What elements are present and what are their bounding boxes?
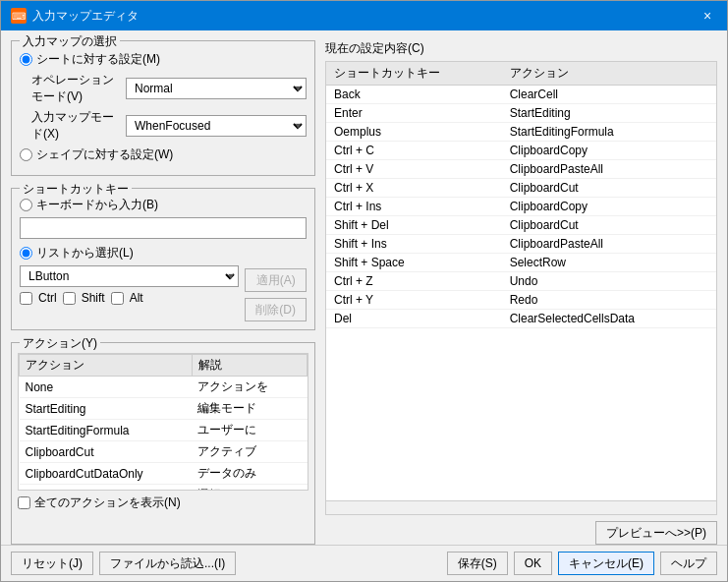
main-window: ⌨ 入力マップエディタ × 入力マップの選択 シートに対する設定(M) オペレー… (0, 0, 728, 582)
right-table-row[interactable]: Ctrl + YRedo (326, 291, 716, 310)
shape-setting-label: シェイプに対する設定(W) (36, 146, 173, 163)
action-table-row[interactable]: StartEditing編集モード (20, 398, 308, 420)
right-settings-table: ショートカットキー アクション BackClearCellEnterStartE… (326, 62, 716, 328)
keyboard-input-row: キーボードから入力(B) (20, 197, 307, 213)
action-cell: ClipboardCopy (502, 198, 716, 216)
cancel-button[interactable]: キャンセル(E) (558, 552, 654, 575)
delete-button[interactable]: 削除(D) (245, 298, 307, 321)
shortcut-col-header: ショートカットキー (326, 62, 502, 86)
right-panel: 現在の設定内容(C) ショートカットキー アクション BackClearCell… (325, 40, 717, 545)
title-bar-left: ⌨ 入力マップエディタ (11, 8, 139, 25)
action-col1-header: アクション (20, 355, 193, 377)
list-select-wrapper: LButton (20, 265, 239, 287)
shortcut-cell: Del (326, 310, 502, 328)
action-table-row[interactable]: Noneアクションを (20, 377, 308, 398)
action-desc: データのみ (192, 463, 307, 485)
operation-mode-select[interactable]: Normal (126, 78, 307, 99)
action-desc: アクションを (192, 377, 307, 398)
shortcut-cell: Back (326, 86, 502, 104)
close-button[interactable]: × (698, 6, 717, 26)
right-table-row[interactable]: Shift + InsClipboardPasteAll (326, 235, 716, 254)
keyboard-input-radio[interactable] (20, 199, 32, 211)
action-cell: ClearSelectedCellsData (502, 310, 716, 328)
action-cell: StartEditing (502, 104, 716, 123)
ctrl-label: Ctrl (38, 291, 57, 305)
input-mode-select-wrapper: WhenFocused (126, 115, 307, 137)
action-table-row[interactable]: ClipboardCutDataOnlyデータのみ (20, 463, 308, 485)
shape-setting-row: シェイプに対する設定(W) (20, 146, 307, 163)
action-table-row[interactable]: ClipboardCutアクティブ (20, 441, 308, 463)
load-button[interactable]: ファイルから読込...(I) (99, 552, 236, 575)
sheet-setting-row: シートに対する設定(M) (20, 51, 307, 68)
right-table-row[interactable]: OemplusStartEditingFormula (326, 123, 716, 142)
shortcut-cell: Oemplus (326, 123, 502, 142)
map-selection-label: 入力マップの選択 (20, 33, 120, 50)
title-bar: ⌨ 入力マップエディタ × (1, 1, 727, 30)
action-table-row[interactable]: StartEditingFormulaユーザーに (20, 420, 308, 441)
input-mode-row: 入力マップモード(X) WhenFocused (31, 109, 307, 143)
reset-button[interactable]: リセット(J) (11, 552, 93, 575)
show-all-checkbox[interactable] (18, 496, 30, 509)
show-all-row: 全てのアクションを表示(N) (18, 491, 308, 511)
action-name: ClipboardCutDataOnly (20, 463, 193, 485)
bottom-bar: リセット(J) ファイルから読込...(I) 保存(S) OK キャンセル(E)… (1, 545, 727, 581)
preview-button[interactable]: プレビューへ>>(P) (595, 521, 717, 545)
right-table-row[interactable]: BackClearCell (326, 86, 716, 104)
keyboard-input-field[interactable] (20, 217, 307, 239)
shortcut-cell: Ctrl + Ins (326, 198, 502, 216)
right-table-row[interactable]: EnterStartEditing (326, 104, 716, 123)
left-panel: 入力マップの選択 シートに対する設定(M) オペレーションモード(V) Norm… (11, 40, 315, 545)
shortcut-cell: Ctrl + C (326, 142, 502, 160)
apply-delete-buttons: 適用(A) 削除(D) (245, 245, 307, 321)
right-table-row[interactable]: Ctrl + CClipboardCopy (326, 142, 716, 160)
shortcut-cell: Ctrl + X (326, 179, 502, 198)
input-mode-select[interactable]: WhenFocused (126, 115, 307, 137)
save-button[interactable]: 保存(S) (447, 552, 508, 575)
action-cell: Redo (502, 291, 716, 310)
shortcut-cell: Enter (326, 104, 502, 123)
app-icon: ⌨ (11, 8, 27, 24)
apply-button[interactable]: 適用(A) (245, 268, 307, 292)
operation-mode-select-wrapper: Normal (126, 78, 307, 99)
keyboard-input-label: キーボードから入力(B) (36, 197, 158, 213)
action-cell: ClipboardPasteAll (502, 235, 716, 254)
sheet-setting-label: シートに対する設定(M) (36, 51, 160, 68)
action-desc: アクティブ (192, 441, 307, 463)
bottom-left-buttons: リセット(J) ファイルから読込...(I) (11, 552, 236, 575)
shortcut-cell: Shift + Space (326, 254, 502, 272)
action-name: None (20, 377, 193, 398)
action-cell: StartEditingFormula (502, 123, 716, 142)
right-table-row[interactable]: Ctrl + InsClipboardCopy (326, 198, 716, 216)
map-selection-group: 入力マップの選択 シートに対する設定(M) オペレーションモード(V) Norm… (11, 40, 315, 176)
right-table-container: ショートカットキー アクション BackClearCellEnterStartE… (325, 61, 717, 501)
list-select-dropdown[interactable]: LButton (20, 265, 239, 287)
action-table: アクション 解説 NoneアクションをStartEditing編集モードStar… (19, 354, 308, 491)
action-table-container: アクション 解説 NoneアクションをStartEditing編集モードStar… (18, 353, 308, 491)
action-cell: ClipboardCut (502, 216, 716, 235)
action-desc: 編集モード (192, 398, 307, 420)
action-table-header: アクション 解説 (20, 355, 308, 377)
alt-checkbox[interactable] (111, 292, 124, 305)
help-button[interactable]: ヘルプ (660, 552, 717, 575)
shift-checkbox[interactable] (63, 292, 76, 305)
right-table-row[interactable]: Shift + SpaceSelectRow (326, 254, 716, 272)
right-table-row[interactable]: Ctrl + XClipboardCut (326, 179, 716, 198)
modifier-checkboxes: Ctrl Shift Alt (20, 291, 239, 305)
action-group: アクション(Y) アクション 解説 NoneアクションをStartEditing… (11, 342, 315, 545)
ctrl-checkbox[interactable] (20, 292, 32, 305)
ok-button[interactable]: OK (514, 552, 552, 575)
list-select-radio[interactable] (20, 247, 32, 260)
sheet-setting-radio[interactable] (20, 53, 32, 66)
action-name: StartEditing (20, 398, 193, 420)
shape-setting-radio[interactable] (20, 148, 32, 161)
shortcut-label: ショートカットキー (20, 181, 132, 198)
window-title: 入力マップエディタ (32, 8, 139, 25)
right-table-row[interactable]: Shift + DelClipboardCut (326, 216, 716, 235)
action-cell: ClipboardCut (502, 179, 716, 198)
action-name: StartEditingFormula (20, 420, 193, 441)
right-table-row[interactable]: Ctrl + ZUndo (326, 272, 716, 291)
right-scrollbar-x[interactable] (325, 501, 717, 515)
show-all-label: 全てのアクションを表示(N) (34, 495, 181, 511)
right-table-row[interactable]: DelClearSelectedCellsData (326, 310, 716, 328)
right-table-row[interactable]: Ctrl + VClipboardPasteAll (326, 160, 716, 179)
